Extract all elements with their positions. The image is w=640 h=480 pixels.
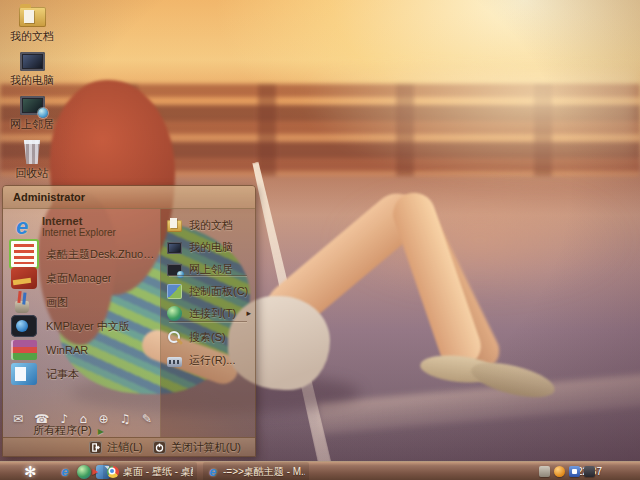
start-menu-item-manager[interactable]: 桌面Manager [9,266,156,290]
desktop-icon-label: 回收站 [16,166,49,181]
desktop-icon-my-documents[interactable]: 我的文档 [4,7,60,44]
start-menu-place-my-documents[interactable]: 我的文档 [167,213,251,237]
wallpaper-curb-line [317,373,640,435]
log-off-icon [89,441,102,454]
taskbar: ✻ e ▶ 桌面 - 壁纸 - 桌酷... e -=>>桌酷主题 - M... … [0,461,640,480]
media-icon[interactable]: ♫ [120,412,131,426]
start-menu-places-column: 我的文档 我的电脑 网上邻居 控制面板(C) 连接到(T) [161,209,255,437]
desktop-icon-recycle-bin[interactable]: 回收站 [4,140,60,181]
quick-launch-expand-arrow[interactable]: ▶ [92,462,98,480]
zhuoku-theme-icon [9,239,39,269]
manager-app-icon [11,267,37,289]
edit-icon[interactable]: ✎ [142,412,152,426]
start-logo-icon: ✻ [24,463,37,480]
start-menu-body: e Internet Internet Explorer 桌酷主题Desk.Zh… [3,209,255,437]
quick-launch-ie[interactable]: e [58,465,72,479]
start-menu-item-title: KMPlayer 中文版 [46,319,130,334]
submenu-arrow-icon: ▸ [246,308,251,318]
network-places-icon [20,96,45,115]
power-icon [153,441,166,454]
start-menu-place-run[interactable]: 运行(R)... [167,348,251,372]
task-title: -=>>桌酷主题 - M... [223,465,305,479]
ie-icon: e [207,465,219,479]
start-menu-item-zhuoku-theme[interactable]: 桌酷主题Desk.ZhuoKu.Com [9,242,156,266]
start-menu-place-network[interactable]: 网上邻居 [167,257,251,281]
recycle-bin-icon [23,140,42,164]
control-panel-icon [167,284,182,299]
start-menu-place-control-panel[interactable]: 控制面板(C) [167,279,251,303]
log-off-label: 注销(L) [107,440,142,455]
start-menu-item-title: 记事本 [46,367,79,382]
wallpaper-sun-glow [300,70,640,190]
tray-security-icon[interactable] [554,466,565,477]
start-menu-username: Administrator [13,191,85,203]
desktop-icon-my-computer[interactable]: 我的电脑 [4,52,60,88]
chrome-icon [107,466,119,478]
start-menu-pinned-column: e Internet Internet Explorer 桌酷主题Desk.Zh… [3,209,161,437]
my-documents-icon [19,7,46,27]
start-menu-header: Administrator [3,186,255,209]
all-programs-label: 所有程序(P) [33,423,92,438]
tray-messenger-icon[interactable] [569,466,580,477]
notepad-icon [11,363,37,385]
my-computer-icon [20,52,45,71]
start-menu-item-winrar[interactable]: WinRAR [9,338,156,362]
connect-to-icon [167,306,182,321]
taskbar-task-ie[interactable]: e -=>>桌酷主题 - M... [203,462,309,480]
start-menu-item-kmplayer[interactable]: KMPlayer 中文版 [9,314,156,338]
start-menu-place-search[interactable]: 搜索(S) [167,325,251,349]
chevron-right-icon: ▸ [98,424,104,438]
turn-off-computer-button[interactable]: 关闭计算机(U) [153,440,241,455]
start-menu-item-internet[interactable]: e Internet Internet Explorer [9,212,156,242]
search-icon [167,330,182,345]
desktop: 我的文档 我的电脑 网上邻居 回收站 Administrator e Inter… [0,0,640,480]
start-menu-item-title: 画图 [46,295,68,310]
turn-off-label: 关闭计算机(U) [171,440,241,455]
start-menu-footer: 注销(L) 关闭计算机(U) [3,437,255,457]
run-icon [167,357,182,367]
menu-separator [169,321,247,322]
desktop-icon-network-places[interactable]: 网上邻居 [4,96,60,132]
mail-icon[interactable]: ✉ [13,412,23,426]
all-programs-button[interactable]: 所有程序(P) ▸ [33,423,104,438]
my-computer-icon [167,242,182,254]
task-title: 桌面 - 壁纸 - 桌酷... [123,465,193,479]
tray-unplug-icon[interactable] [539,466,550,477]
start-menu: Administrator e Internet Internet Explor… [2,185,256,457]
start-button[interactable]: ✻ [24,462,37,480]
start-menu-item-notepad[interactable]: 记事本 [9,362,156,386]
start-menu-item-title: WinRAR [46,344,88,356]
winrar-icon [11,340,37,360]
internet-explorer-icon: e [9,214,35,240]
log-off-button[interactable]: 注销(L) [89,440,142,455]
tray-volume-icon[interactable] [584,466,595,477]
kmplayer-icon [11,315,37,337]
desktop-icon-label: 我的电脑 [10,73,54,88]
start-menu-item-subtitle: Internet Explorer [42,227,116,239]
paint-icon [11,291,37,313]
start-menu-item-title: 桌酷主题Desk.ZhuoKu.Com [46,247,156,262]
desktop-icon-label: 网上邻居 [10,117,54,132]
start-menu-place-my-computer[interactable]: 我的电脑 [167,235,251,259]
quick-launch-browser-icon[interactable] [77,465,91,479]
taskbar-task-chrome[interactable]: 桌面 - 壁纸 - 桌酷... [103,462,197,480]
menu-separator [169,275,247,276]
start-menu-item-title: 桌面Manager [46,271,111,286]
my-documents-icon [167,220,182,232]
start-menu-item-paint[interactable]: 画图 [9,290,156,314]
system-tray [539,462,638,480]
desktop-icon-label: 我的文档 [10,29,54,44]
start-menu-item-title: Internet [42,215,116,227]
